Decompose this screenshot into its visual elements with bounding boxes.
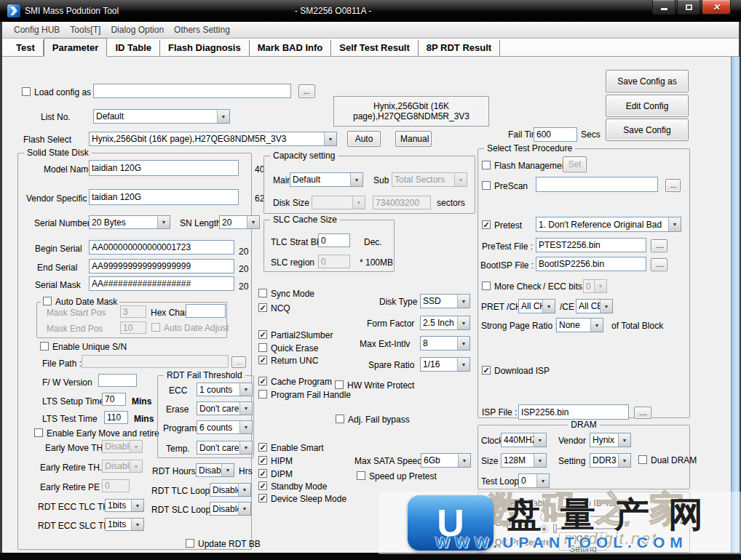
qc-procedure-checkbox[interactable]: QC Procedure (483, 537, 551, 548)
menu-config-hub[interactable]: Config HUB (14, 25, 60, 35)
qc-setting-button[interactable]: QC Setting (559, 532, 607, 551)
form-factor-select[interactable]: 2.5 Inch▼ (420, 316, 470, 330)
tab-flash-diagnosis[interactable]: Flash Diagnosis (160, 40, 250, 56)
standby-mode-checkbox[interactable]: Standby Mode (258, 481, 327, 492)
enable-smart-checkbox[interactable]: Enable Smart (258, 443, 324, 453)
tab-self-test-result[interactable]: Self Test Result (331, 40, 419, 56)
prescan-input[interactable] (536, 177, 658, 192)
edit-config-button[interactable]: Edit Config (606, 95, 689, 117)
program-fail-handle-checkbox[interactable]: Program Fail Handle (258, 390, 351, 400)
max-ext-intlv-select[interactable]: 8▼ (420, 336, 470, 351)
ce-select[interactable]: All CE▼ (576, 299, 613, 313)
pretest-file-input[interactable] (536, 238, 646, 252)
tlc-strat-bk-input[interactable] (318, 233, 350, 247)
maximize-button[interactable] (677, 0, 700, 15)
temp-threshold-select[interactable]: Don't care▼ (197, 441, 253, 455)
tab-id-table[interactable]: ID Table (107, 40, 160, 56)
auto-date-mask-checkbox[interactable]: Auto Date Mask (41, 297, 119, 307)
begin-serial-input[interactable] (89, 240, 234, 255)
menu-dialog-option[interactable]: Dialog Option (111, 25, 164, 35)
copy-test-radio-2[interactable] (540, 525, 548, 533)
close-button[interactable] (702, 0, 731, 15)
spare-ratio-select[interactable]: 1/16▼ (420, 357, 470, 372)
copy-test-radio-1[interactable] (540, 513, 548, 521)
list-no-select[interactable]: Default▼ (93, 109, 230, 124)
slider-2-track[interactable] (555, 528, 623, 529)
tab-mark-bad-info[interactable]: Mark BAD Info (250, 40, 332, 56)
isp-file-input[interactable] (518, 404, 629, 420)
copy-test-checkbox[interactable]: Copy Test (483, 518, 534, 528)
prescan-checkbox[interactable]: PreScan (482, 181, 528, 191)
slider-1-track[interactable] (555, 516, 623, 517)
return-unc-checkbox[interactable]: Return UNC (258, 356, 318, 366)
dram-vendor-select[interactable]: Hynix▼ (590, 433, 631, 447)
strong-page-ratio-select[interactable]: None▼ (556, 318, 603, 332)
dram-setting-select[interactable]: DDR3▼ (590, 453, 631, 468)
fw-version-input[interactable] (98, 374, 137, 387)
more-check-checkbox[interactable]: More Check (482, 281, 542, 292)
quick-erase-checkbox[interactable]: Quick Erase (258, 343, 318, 353)
tab-test[interactable]: Test (8, 40, 44, 56)
fail-timeout-input[interactable] (534, 127, 577, 142)
rdt-ecc-slc-th-select[interactable]: 1bits▼ (105, 518, 144, 531)
menu-tools[interactable]: Tools[T] (70, 25, 100, 35)
max-sata-speed-select[interactable]: 6Gb▼ (421, 453, 471, 468)
dram-size-select[interactable]: 128M▼ (501, 453, 547, 468)
save-config-as-button[interactable]: Save Config as (606, 70, 689, 92)
program-threshold-select[interactable]: 6 counts▼ (197, 420, 253, 434)
cache-program-checkbox[interactable]: Cache Program (258, 377, 332, 387)
lts-setup-time-input[interactable] (102, 393, 126, 406)
update-rdt-bb-checkbox[interactable]: Update RDT BB (186, 539, 261, 549)
partial2slumber-checkbox[interactable]: Partial2Slumber (258, 330, 333, 340)
serial-number-select[interactable]: 20 Bytes▼ (89, 215, 170, 229)
model-name-input[interactable] (89, 160, 239, 176)
load-config-checkbox[interactable]: Load config as (22, 87, 91, 97)
hipm-checkbox[interactable]: HIPM (258, 456, 293, 466)
adj-fail-bypass-checkbox[interactable]: Adj. Fail bypass (336, 415, 410, 425)
serial-mask-input[interactable] (89, 276, 234, 291)
lts-test-time-input[interactable] (104, 411, 128, 424)
end-serial-input[interactable] (89, 259, 234, 273)
pretest-file-browse-button[interactable]: .... (651, 239, 667, 252)
erase-threshold-select[interactable]: Don't care▼ (197, 401, 253, 415)
dual-dram-checkbox[interactable]: Dual DRAM (638, 455, 697, 465)
write-id-table-checkbox[interactable]: Write ID Table (483, 498, 550, 508)
isp-file-browse-button[interactable]: .... (634, 407, 651, 419)
flash-management-checkbox[interactable]: Flash Management (482, 161, 569, 171)
pretest-mode-select[interactable]: 1. Don't Reference Original Bad▼ (536, 217, 681, 232)
dram-clock-select[interactable]: 440MHZ▼ (501, 433, 547, 447)
manual-button[interactable]: Manual (395, 131, 432, 147)
ncq-checkbox[interactable]: NCQ (258, 303, 290, 313)
tab-8p-rdt-result[interactable]: 8P RDT Result (419, 40, 500, 56)
bootisp-file-browse-button[interactable]: .... (651, 258, 667, 271)
load-config-browse-button[interactable]: ... (298, 84, 315, 98)
tab-parameter[interactable]: Parameter (44, 38, 108, 57)
keep-id-table-checkbox[interactable]: Keep ID Table (558, 498, 625, 508)
load-config-input[interactable] (93, 84, 291, 98)
sn-length-select[interactable]: 20▼ (219, 215, 260, 229)
rdt-ecc-tlc-th-select[interactable]: 1bits▼ (105, 499, 144, 512)
rdt-slc-loops-select[interactable]: Disable▼ (210, 502, 251, 516)
main-capacity-select[interactable]: Default▼ (290, 172, 363, 187)
minimize-button[interactable] (652, 0, 675, 15)
dipm-checkbox[interactable]: DIPM (258, 469, 293, 479)
flash-select-dropdown[interactable]: Hynix,256Gbit (16K page),H27QEG8NDM5R_3V… (89, 132, 337, 146)
test-loop-select[interactable]: 0▼ (518, 473, 550, 488)
enable-unique-sn-checkbox[interactable]: Enable Unique S/N (40, 342, 127, 352)
sync-mode-checkbox[interactable]: Sync Mode (258, 289, 314, 299)
pret-ch-select[interactable]: All CH▼ (518, 299, 555, 313)
disk-type-select[interactable]: SSD▼ (420, 294, 470, 308)
download-isp-checkbox[interactable]: Download ISP (482, 366, 550, 376)
rdt-hours-select[interactable]: Disable▼ (196, 463, 234, 477)
speed-up-pretest-checkbox[interactable]: Speed up Pretest (357, 471, 437, 481)
rdt-tlc-loops-select[interactable]: Disable▼ (210, 483, 251, 497)
bootisp-file-input[interactable] (536, 257, 646, 271)
menu-others-setting[interactable]: Others Setting (174, 25, 230, 35)
auto-button[interactable]: Auto (347, 131, 381, 147)
hw-write-protect-checkbox[interactable]: HW Write Protect (335, 380, 414, 391)
device-sleep-mode-checkbox[interactable]: Device Sleep Mode (258, 494, 346, 504)
save-config-button[interactable]: Save Config (606, 119, 689, 141)
prescan-browse-button[interactable]: ... (665, 179, 681, 192)
hex-char-input[interactable] (186, 304, 226, 318)
pretest-checkbox[interactable]: Pretest (482, 220, 522, 231)
